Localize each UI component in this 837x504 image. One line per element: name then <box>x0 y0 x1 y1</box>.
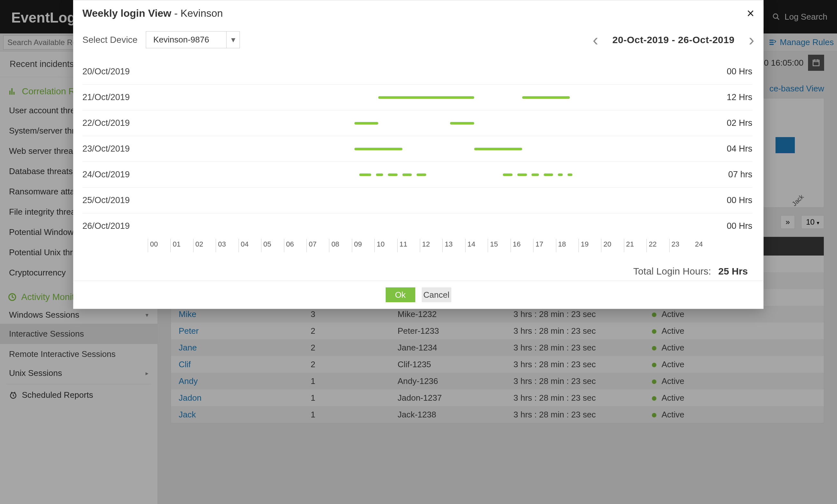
axis-tick: 08 <box>329 239 352 252</box>
date-range: ‹ 20-Oct-2019 - 26-Oct-2019 › <box>593 32 754 48</box>
login-timeline-chart: 20/Oct/201900 Hrs21/Oct/201912 Hrs22/Oct… <box>73 52 763 256</box>
login-segment <box>568 174 572 176</box>
day-label: 22/Oct/2019 <box>83 118 139 128</box>
timeline-row: 20/Oct/201900 Hrs <box>83 58 752 84</box>
day-label: 24/Oct/2019 <box>83 169 139 180</box>
login-segment <box>388 174 397 176</box>
timeline-row: 22/Oct/201902 Hrs <box>83 110 752 136</box>
hours-label: 07 hrs <box>714 169 752 180</box>
axis-tick: 13 <box>442 239 465 252</box>
login-segment <box>354 148 403 150</box>
day-label: 20/Oct/2019 <box>83 67 139 77</box>
axis-tick: 18 <box>556 239 578 252</box>
timeline-row: 26/Oct/201900 Hrs <box>83 213 752 239</box>
hour-axis: 0001020304050607080910111213141516171819… <box>83 239 752 252</box>
axis-tick: 15 <box>488 239 510 252</box>
login-segment <box>376 174 383 176</box>
axis-tick: 17 <box>533 239 556 252</box>
axis-tick: 11 <box>397 239 420 252</box>
axis-tick: 10 <box>374 239 397 252</box>
login-segment <box>558 174 563 176</box>
axis-tick: 04 <box>238 239 261 252</box>
device-select[interactable]: Kevinson-9876 ▾ <box>146 31 240 48</box>
axis-tick: 16 <box>511 239 533 252</box>
axis-tick: 03 <box>216 239 238 252</box>
day-label: 25/Oct/2019 <box>83 195 139 205</box>
day-label: 21/Oct/2019 <box>83 92 139 102</box>
login-segment <box>503 174 513 176</box>
axis-tick: 00 <box>148 239 170 252</box>
timeline-row: 24/Oct/201907 hrs <box>83 162 752 187</box>
total-login-hours: Total Login Hours: 25 Hrs <box>73 256 763 281</box>
date-range-text: 20-Oct-2019 - 26-Oct-2019 <box>612 34 734 46</box>
login-segment <box>450 122 474 125</box>
login-segment <box>522 96 570 99</box>
login-segment <box>544 174 553 176</box>
axis-tick: 14 <box>465 239 488 252</box>
hours-label: 00 Hrs <box>714 195 752 205</box>
timeline-row: 23/Oct/201904 Hrs <box>83 136 752 162</box>
login-segment <box>403 174 412 176</box>
timeline-row: 21/Oct/201912 Hrs <box>83 84 752 110</box>
login-segment <box>416 174 426 176</box>
axis-tick: 24 <box>692 239 703 252</box>
login-segment <box>378 96 474 99</box>
axis-tick: 12 <box>420 239 442 252</box>
axis-tick: 22 <box>646 239 669 252</box>
axis-tick: 20 <box>601 239 624 252</box>
axis-tick: 07 <box>306 239 329 252</box>
axis-tick: 09 <box>352 239 374 252</box>
hours-label: 02 Hrs <box>714 118 752 128</box>
hours-label: 00 Hrs <box>714 67 752 77</box>
next-week-button[interactable]: › <box>749 32 754 48</box>
axis-tick: 05 <box>261 239 284 252</box>
hours-label: 04 Hrs <box>714 144 752 154</box>
login-segment <box>517 174 527 176</box>
cancel-button[interactable]: Cancel <box>422 287 451 302</box>
login-segment <box>359 174 371 176</box>
ok-button[interactable]: Ok <box>386 287 415 302</box>
device-select-value: Kevinson-9876 <box>146 32 227 48</box>
day-label: 26/Oct/2019 <box>83 221 139 231</box>
modal-header: Weekly login View - Kevinson × <box>73 0 763 26</box>
login-segment <box>532 174 538 176</box>
modal-title: Weekly login View - Kevinson <box>83 7 223 19</box>
axis-tick: 06 <box>284 239 306 252</box>
axis-tick: 21 <box>624 239 646 252</box>
modal-footer: Ok Cancel <box>73 281 763 309</box>
axis-tick: 23 <box>669 239 692 252</box>
timeline-row: 25/Oct/201900 Hrs <box>83 187 752 213</box>
prev-week-button[interactable]: ‹ <box>593 32 598 48</box>
select-device-label: Select Device <box>83 35 138 45</box>
axis-tick: 19 <box>578 239 601 252</box>
weekly-login-modal: Weekly login View - Kevinson × Select De… <box>73 0 764 309</box>
hours-label: 12 Hrs <box>714 92 752 102</box>
login-segment <box>354 122 378 125</box>
login-segment <box>474 148 522 150</box>
hours-label: 00 Hrs <box>714 221 752 231</box>
day-label: 23/Oct/2019 <box>83 144 139 154</box>
close-icon[interactable]: × <box>747 7 754 20</box>
axis-tick: 02 <box>193 239 216 252</box>
axis-tick: 01 <box>170 239 193 252</box>
chevron-down-icon: ▾ <box>227 32 239 48</box>
